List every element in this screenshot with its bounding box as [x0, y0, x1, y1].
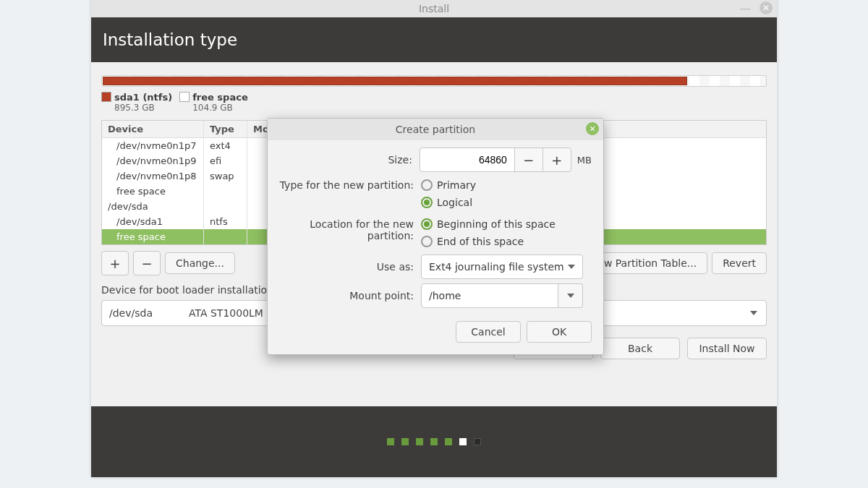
radio-label: Beginning of this space	[437, 218, 556, 230]
progress-dot	[401, 438, 409, 445]
radio-label: Primary	[437, 179, 476, 191]
progress-dot	[445, 438, 452, 445]
ok-button[interactable]: OK	[527, 321, 592, 343]
chevron-down-icon	[568, 265, 575, 269]
size-unit: MB	[577, 155, 592, 166]
legend-free: free space 104.9 GB	[179, 91, 248, 113]
type-options: Primary Logical	[421, 176, 592, 211]
col-device[interactable]: Device	[102, 121, 203, 137]
cell-device: /dev/sda	[102, 199, 203, 214]
titlebar: Install —	[91, 0, 777, 17]
cell-device: free space	[102, 229, 203, 244]
size-spinner: − + MB	[420, 147, 592, 172]
progress-dot	[459, 438, 467, 445]
size-increment-button[interactable]: +	[542, 147, 571, 172]
radio-icon	[421, 179, 433, 191]
progress-dot	[387, 438, 394, 445]
cell-type	[203, 199, 247, 214]
radio-logical[interactable]: Logical	[421, 194, 592, 211]
legend-title: sda1 (ntfs)	[114, 92, 172, 103]
disk-usage-bar	[101, 75, 767, 87]
col-type[interactable]: Type	[203, 121, 247, 137]
legend-sda1: sda1 (ntfs) 895.3 GB	[101, 91, 172, 113]
type-row: Type for the new partition: Primary Logi…	[279, 176, 592, 211]
radio-label: End of this space	[437, 236, 524, 247]
cell-type: efi	[203, 153, 247, 168]
revert-button[interactable]: Revert	[712, 252, 767, 274]
install-now-button[interactable]: Install Now	[687, 338, 767, 359]
page-title: Installation type	[103, 30, 237, 49]
mount-label: Mount point:	[279, 290, 421, 301]
page-header: Installation type	[91, 17, 777, 62]
size-decrement-button[interactable]: −	[514, 147, 543, 172]
location-options: Beginning of this space End of this spac…	[421, 215, 592, 250]
change-button[interactable]: Change...	[165, 252, 235, 274]
chevron-down-icon	[567, 294, 574, 298]
size-label: Size:	[279, 154, 420, 166]
cell-type	[203, 184, 247, 199]
useas-row: Use as: Ext4 journaling file system	[279, 254, 592, 279]
type-label: Type for the new partition:	[279, 176, 421, 191]
bootloader-device: /dev/sda	[109, 307, 153, 319]
radio-icon	[421, 218, 433, 230]
cell-device: /dev/nvme0n1p8	[102, 168, 203, 184]
mount-value[interactable]: /home	[421, 283, 558, 308]
cell-type: swap	[203, 168, 247, 184]
cell-type: ext4	[203, 138, 247, 153]
legend-size: 895.3 GB	[114, 103, 172, 113]
size-input[interactable]	[420, 147, 515, 172]
radio-end[interactable]: End of this space	[421, 233, 592, 250]
mount-combo[interactable]: /home	[421, 283, 592, 308]
radio-label: Logical	[437, 197, 472, 208]
dialog-body: Size: − + MB Type for the new partition:…	[268, 140, 603, 354]
chevron-down-icon	[750, 311, 757, 315]
cell-device: free space	[102, 184, 203, 199]
close-icon[interactable]	[760, 1, 773, 14]
legend-title: free space	[192, 92, 248, 103]
remove-button[interactable]: −	[133, 251, 161, 275]
radio-beginning[interactable]: Beginning of this space	[421, 215, 592, 233]
dialog-title: Create partition	[396, 124, 475, 135]
progress-dots	[91, 406, 777, 477]
back-button[interactable]: Back	[600, 338, 680, 359]
progress-dot	[474, 438, 481, 445]
location-row: Location for the new partition: Beginnin…	[279, 215, 592, 250]
radio-icon	[421, 236, 433, 247]
progress-dot	[430, 438, 438, 445]
bootloader-desc: ATA ST1000LM	[189, 307, 263, 319]
mount-dropdown-button[interactable]	[558, 283, 583, 308]
create-partition-dialog: Create partition Size: − + MB Type for t…	[267, 118, 604, 355]
radio-icon	[421, 197, 433, 208]
useas-value: Ext4 journaling file system	[429, 261, 564, 273]
disk-legend: sda1 (ntfs) 895.3 GB free space 104.9 GB	[101, 91, 767, 113]
swatch-icon	[101, 92, 111, 102]
useas-select[interactable]: Ext4 journaling file system	[421, 254, 583, 279]
radio-primary[interactable]: Primary	[421, 176, 592, 194]
progress-dot	[416, 438, 423, 445]
useas-label: Use as:	[279, 261, 421, 273]
cell-device: /dev/nvme0n1p7	[102, 138, 203, 153]
cell-type: ntfs	[203, 214, 247, 229]
swatch-icon	[179, 92, 190, 102]
window-title: Install	[419, 3, 449, 14]
dialog-close-icon[interactable]	[586, 122, 599, 135]
cancel-button[interactable]: Cancel	[456, 321, 521, 343]
cell-device: /dev/nvme0n1p9	[102, 153, 203, 168]
dialog-buttons: Cancel OK	[279, 321, 592, 343]
cell-type	[203, 229, 247, 244]
size-row: Size: − + MB	[279, 147, 592, 172]
add-button[interactable]: +	[101, 251, 129, 275]
dialog-title-bar: Create partition	[268, 119, 603, 140]
legend-size: 104.9 GB	[192, 103, 248, 113]
minimize-icon[interactable]: —	[739, 1, 751, 15]
mount-row: Mount point: /home	[279, 283, 592, 308]
location-label: Location for the new partition:	[279, 215, 421, 241]
cell-device: /dev/sda1	[102, 214, 203, 229]
disk-used-segment	[103, 77, 687, 85]
